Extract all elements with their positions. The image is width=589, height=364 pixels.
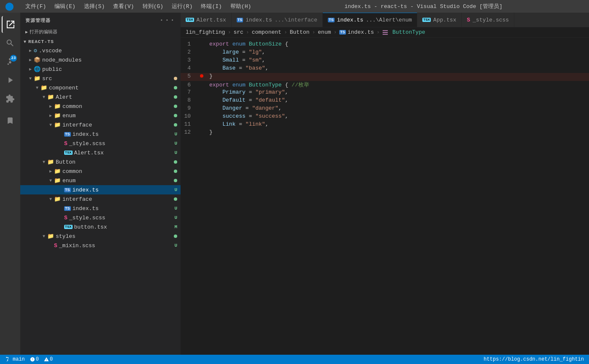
bookmarks-activity-icon[interactable] <box>2 112 19 129</box>
menu-terminal[interactable]: 终端(I) <box>197 2 225 11</box>
menu-help[interactable]: 帮助(H) <box>227 2 254 11</box>
common-button-name: common <box>62 168 174 175</box>
common-alert-badge <box>174 105 177 108</box>
error-count[interactable]: 0 <box>30 356 39 362</box>
project-arrow: ▼ <box>24 40 27 44</box>
breadcrumb: lin_fighting › src › component › Button … <box>181 27 589 38</box>
open-editors-toggle[interactable]: ▶ 打开的编辑器 <box>24 28 177 36</box>
breadcrumb-enum[interactable]: enum <box>318 29 331 35</box>
style-alert-name: _style.scss <box>69 140 175 147</box>
tree-item-alert-tsx[interactable]: TSX Alert.tsx U <box>20 148 181 157</box>
menu-view[interactable]: 查看(V) <box>110 2 137 11</box>
tree-item-common-alert[interactable]: ▶ 📁 common <box>20 102 181 111</box>
index-ts-interface-badge: U <box>174 206 177 211</box>
menu-run[interactable]: 运行(R) <box>168 2 196 11</box>
public-name: public <box>42 66 181 73</box>
tab-app-tsx[interactable]: TSX App.tsx <box>417 13 462 27</box>
component-arrow: ▼ <box>34 86 41 90</box>
breadcrumb-indexts[interactable]: index.ts <box>348 29 374 35</box>
tree-item-enum-alert[interactable]: ▶ 📁 enum <box>20 111 181 120</box>
code-line-4: 4 Base = "base", <box>181 65 589 73</box>
open-editors-section: ▶ 打开的编辑器 <box>20 28 181 38</box>
tab-app-tsx-label: App.tsx <box>433 17 457 23</box>
tab-index-ts-interface[interactable]: TS index.ts ...\interface <box>232 13 323 27</box>
tree-item-alert[interactable]: ▼ 📁 Alert <box>20 92 181 102</box>
tree-item-vscode[interactable]: ▶ ⚙ .vscode <box>20 46 181 55</box>
alert-folder-icon: 📁 <box>47 94 54 100</box>
status-bar-right: https://blog.csdn.net/lin_fightin <box>484 356 584 362</box>
code-line-1: 1 export enum ButtonSize { <box>181 41 589 49</box>
search-activity-icon[interactable] <box>2 35 19 51</box>
line-num-12: 12 <box>181 129 197 135</box>
code-line-2: 2 large = "lg", <box>181 49 589 57</box>
tree-item-public[interactable]: ▶ 🌐 public <box>20 65 181 74</box>
tab-alert-tsx[interactable]: TSX Alert.tsx <box>181 13 232 27</box>
mixin-icon: S <box>54 243 57 249</box>
tree-item-index-ts-alert[interactable]: TS index.ts U <box>20 129 181 139</box>
node-modules-arrow: ▶ <box>27 57 34 62</box>
source-control-activity-icon[interactable]: 23 <box>2 53 19 70</box>
run-activity-icon[interactable] <box>2 72 19 89</box>
breadcrumb-sep-3: › <box>312 29 316 35</box>
index-ts-interface-icon: TS <box>64 206 71 211</box>
alert-arrow: ▼ <box>41 95 47 100</box>
enum-alert-name: enum <box>62 113 174 119</box>
alert-tsx-icon: TSX <box>64 151 73 155</box>
tree-item-index-ts-interface[interactable]: TS index.ts U <box>20 204 181 213</box>
line-content-4: Base = "base", <box>206 65 586 71</box>
project-root[interactable]: ▼ REACT-TS <box>20 38 181 46</box>
tree-item-enum-button[interactable]: ▼ 📁 enum <box>20 176 181 185</box>
common-button-arrow: ▶ <box>47 169 54 174</box>
breadcrumb-button[interactable]: Button <box>290 29 310 35</box>
git-branch[interactable]: main <box>5 356 25 362</box>
menu-file[interactable]: 文件(F) <box>22 2 49 11</box>
tree-item-node-modules[interactable]: ▶ 📦 node_modules <box>20 55 181 65</box>
interface-alert-folder-icon: 📁 <box>54 121 61 128</box>
enum-button-arrow: ▼ <box>47 178 54 183</box>
warning-count[interactable]: 0 <box>44 356 53 362</box>
line-content-2: large = "lg", <box>206 49 586 55</box>
tree-item-interface-alert[interactable]: ▼ 📁 interface <box>20 120 181 129</box>
public-arrow: ▶ <box>27 67 34 72</box>
gutter-5 <box>197 74 206 78</box>
tree-item-src[interactable]: ▼ 📁 src <box>20 74 181 83</box>
explorer-activity-icon[interactable] <box>2 16 19 33</box>
menu-edit[interactable]: 编辑(E) <box>51 2 78 11</box>
activity-bar: 23 <box>0 13 20 355</box>
tree-item-style-button[interactable]: S _style.scss U <box>20 213 181 222</box>
node-modules-icon: 📦 <box>34 57 41 63</box>
component-folder-icon: 📁 <box>41 84 47 91</box>
style-button-badge: U <box>174 215 177 220</box>
tree-item-button[interactable]: ▼ 📁 Button <box>20 157 181 167</box>
mixin-name: _mixin.scss <box>59 243 175 249</box>
breadcrumb-linfighting[interactable]: lin_fighting <box>186 29 225 35</box>
common-button-folder-icon: 📁 <box>54 168 61 175</box>
tree-item-index-ts-button[interactable]: TS index.ts U <box>20 185 181 194</box>
button-name: Button <box>56 159 174 165</box>
open-editors-label: 打开的编辑器 <box>30 29 57 35</box>
breadcrumb-component[interactable]: component <box>252 29 281 35</box>
menu-select[interactable]: 选择(S) <box>81 2 108 11</box>
sidebar-title: 资源管理器 <box>25 17 51 24</box>
code-line-8: 8 Default = "default", <box>181 97 589 105</box>
breadcrumb-src[interactable]: src <box>233 29 243 35</box>
tree-item-mixin[interactable]: S _mixin.scss U <box>20 241 181 250</box>
tree-item-interface-button[interactable]: ▼ 📁 interface <box>20 194 181 204</box>
common-alert-name: common <box>62 103 174 110</box>
tree-item-component[interactable]: ▼ 📁 component <box>20 83 181 92</box>
tab-style-scss[interactable]: S _style.scss <box>462 13 514 27</box>
node-modules-name: node_modules <box>42 57 181 63</box>
editor-content[interactable]: 1 export enum ButtonSize { 2 large = "lg… <box>181 38 589 355</box>
tree-item-common-button[interactable]: ▶ 📁 common <box>20 167 181 176</box>
menu-goto[interactable]: 转到(G) <box>139 2 167 11</box>
breadcrumb-buttontype[interactable]: ButtonType <box>382 29 425 35</box>
sidebar-more-button[interactable]: ··· <box>159 16 176 24</box>
tab-index-ts-enum[interactable]: TS index.ts ...\Alert\enum <box>323 13 417 27</box>
tree-item-button-tsx[interactable]: TSX button.tsx M <box>20 222 181 232</box>
tree-item-style-alert[interactable]: S _style.scss U <box>20 139 181 148</box>
extensions-activity-icon[interactable] <box>2 90 19 107</box>
tree-item-styles[interactable]: ▼ 📁 styles <box>20 232 181 241</box>
common-button-badge <box>174 170 177 173</box>
line-num-2: 2 <box>181 49 197 55</box>
tab-index-ts-enum-icon: TS <box>328 18 335 22</box>
